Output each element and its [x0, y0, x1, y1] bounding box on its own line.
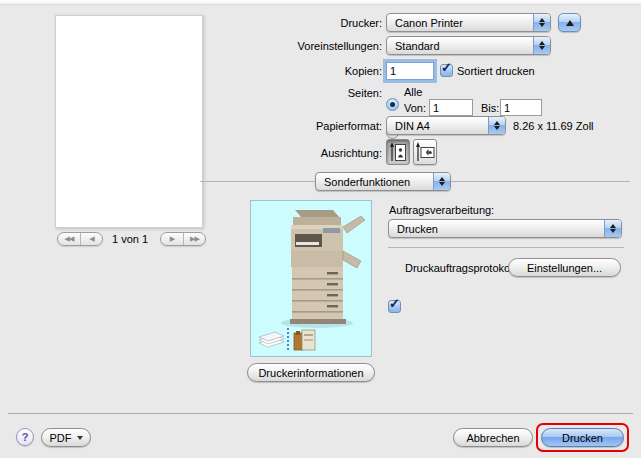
- orientation-landscape-button[interactable]: [413, 139, 437, 165]
- first-page-icon[interactable]: ◀◀: [58, 233, 80, 245]
- pages-to-input[interactable]: [500, 99, 542, 116]
- printer-popup[interactable]: Canon Printer: [386, 13, 551, 32]
- previous-page-icon[interactable]: ◀: [80, 233, 102, 245]
- orientation-label: Ausrichtung:: [240, 147, 382, 159]
- footer-divider: [8, 413, 633, 414]
- print-button[interactable]: Drucken: [541, 428, 624, 447]
- pages-from-input[interactable]: [429, 99, 473, 116]
- pages-to-label: Bis:: [481, 102, 499, 114]
- job-processing-label: Auftragsverarbeitung:: [389, 204, 494, 216]
- checkmark-icon: ✓: [441, 60, 452, 75]
- printer-illustration: [251, 201, 371, 356]
- pane-selector-popup[interactable]: Sonderfunktionen: [315, 172, 451, 191]
- job-folder-icon: [294, 330, 315, 350]
- collated-label: Sortiert drucken: [457, 65, 535, 77]
- popup-stepper-icon: [604, 220, 621, 237]
- collapse-dialog-button[interactable]: [558, 13, 581, 32]
- paper-size-info: 8.26 x 11.69 Zoll: [513, 120, 594, 132]
- copies-input[interactable]: [386, 62, 434, 80]
- presets-popup-value: Standard: [395, 40, 440, 52]
- job-log-checkbox[interactable]: ✓: [388, 300, 401, 313]
- printer-preview-box: [250, 200, 372, 357]
- help-icon: ?: [22, 431, 29, 443]
- pages-from-label: Von:: [404, 102, 426, 114]
- cancel-button-label: Abbrechen: [466, 432, 519, 444]
- settings-button[interactable]: Einstellungen...: [508, 258, 621, 277]
- printer-info-button[interactable]: Druckerinformationen: [247, 363, 375, 382]
- popup-stepper-icon: [433, 173, 450, 190]
- sheet-top-edge: [0, 0, 641, 5]
- collated-checkbox[interactable]: ✓: [440, 64, 453, 77]
- printer-popup-value: Canon Printer: [395, 17, 463, 29]
- page-indicator: 1 von 1: [100, 233, 160, 245]
- paper-size-label: Papierformat:: [240, 120, 382, 132]
- print-button-label: Drucken: [562, 432, 603, 444]
- orientation-portrait-button[interactable]: [386, 139, 410, 165]
- pages-label: Seiten:: [240, 87, 382, 99]
- paper-size-popup[interactable]: DIN A4: [386, 116, 506, 135]
- job-processing-value: Drucken: [397, 223, 438, 235]
- popup-stepper-icon: [533, 14, 550, 31]
- section-divider: [388, 247, 624, 248]
- page-nav-back-group[interactable]: ◀◀ ◀: [57, 232, 103, 246]
- copies-label: Kopien:: [240, 65, 382, 77]
- chevron-down-icon: [77, 436, 83, 440]
- pdf-button-label: PDF: [50, 432, 72, 444]
- presets-popup[interactable]: Standard: [386, 36, 551, 55]
- popup-stepper-icon: [533, 37, 550, 54]
- paper-stack-icon: [259, 332, 284, 347]
- pages-all-radio[interactable]: [386, 98, 399, 111]
- popup-stepper-icon: [488, 117, 505, 134]
- cancel-button[interactable]: Abbrechen: [453, 428, 533, 447]
- job-log-label: Druckauftragsprotokoll: [405, 262, 515, 274]
- job-processing-popup[interactable]: Drucken: [388, 219, 622, 238]
- printer-info-button-label: Druckerinformationen: [258, 367, 363, 379]
- pages-all-label: Alle: [404, 86, 422, 98]
- landscape-icon: [415, 142, 435, 163]
- printer-label: Drucker:: [240, 17, 382, 29]
- checkmark-icon: ✓: [389, 296, 400, 311]
- triangle-up-icon: [566, 20, 574, 26]
- pdf-menu-button[interactable]: PDF: [41, 428, 91, 447]
- settings-button-label: Einstellungen...: [527, 262, 602, 274]
- help-button[interactable]: ?: [16, 428, 34, 446]
- pane-selector-value: Sonderfunktionen: [324, 176, 410, 188]
- print-preview-page: [55, 15, 203, 228]
- next-page-icon[interactable]: ▶: [161, 233, 183, 245]
- page-nav-forward-group[interactable]: ▶ ▶▶: [160, 232, 206, 246]
- portrait-icon: [389, 142, 407, 163]
- paper-size-popup-value: DIN A4: [395, 120, 430, 132]
- last-page-icon[interactable]: ▶▶: [183, 233, 205, 245]
- presets-label: Voreinstellungen:: [240, 40, 382, 52]
